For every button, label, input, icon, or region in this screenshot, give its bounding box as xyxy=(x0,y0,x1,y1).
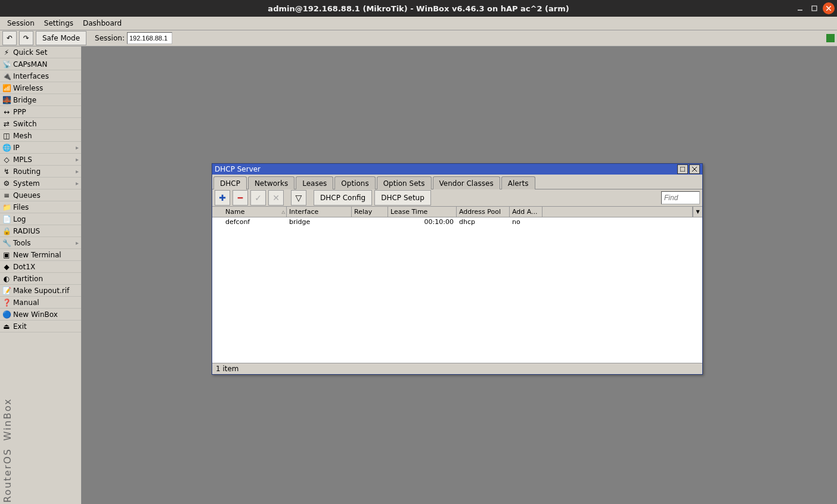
tab-alerts[interactable]: Alerts xyxy=(501,176,535,189)
window-maximize-button[interactable] xyxy=(677,164,688,174)
sidebar-item-label: RADIUS xyxy=(13,227,40,235)
session-address-input[interactable] xyxy=(127,32,172,44)
bridge-icon: 🌉 xyxy=(2,96,11,104)
sidebar-item-system[interactable]: ⚙System▸ xyxy=(0,178,81,189)
menu-dashboard[interactable]: Dashboard xyxy=(78,18,126,29)
column-header-address-pool[interactable]: Address Pool xyxy=(457,207,510,217)
columns-dropdown-button[interactable]: ▼ xyxy=(693,207,702,217)
sidebar-item-tools[interactable]: 🔧Tools▸ xyxy=(0,237,81,249)
window-titlebar[interactable]: DHCP Server xyxy=(212,164,702,175)
menu-settings[interactable]: Settings xyxy=(39,18,78,29)
menubar: Session Settings Dashboard xyxy=(0,17,837,30)
cell: bridge xyxy=(287,217,352,226)
tab-vendor-classes[interactable]: Vendor Classes xyxy=(433,176,500,189)
sidebar-item-label: IP xyxy=(13,144,20,152)
safe-mode-button[interactable]: Safe Mode xyxy=(36,31,86,45)
sidebar-item-partition[interactable]: ◐Partition xyxy=(0,273,81,285)
mesh-icon: ◫ xyxy=(2,132,11,140)
sidebar-item-make-supout-rif[interactable]: 📝Make Supout.rif xyxy=(0,285,81,297)
sidebar-item-routing[interactable]: ↯Routing▸ xyxy=(0,166,81,178)
menu-session[interactable]: Session xyxy=(2,18,39,29)
dhcp-setup-button[interactable]: DHCP Setup xyxy=(374,190,431,206)
grid-body[interactable]: defconfbridge00:10:00dhcpno xyxy=(212,217,702,363)
sidebar-item-queues[interactable]: ≡Queues xyxy=(0,189,81,201)
column-header-relay[interactable]: Relay xyxy=(352,207,388,217)
column-header-lease-time[interactable]: Lease Time xyxy=(388,207,457,217)
sidebar-item-exit[interactable]: ⏏Exit xyxy=(0,321,81,332)
sidebar-item-label: Manual xyxy=(13,298,39,307)
sidebar-item-quick-set[interactable]: ⚡Quick Set xyxy=(0,46,81,58)
tab-networks[interactable]: Networks xyxy=(248,176,294,189)
dhcp-config-button[interactable]: DHCP Config xyxy=(314,190,372,206)
sidebar-item-mpls[interactable]: ◇MPLS▸ xyxy=(0,154,81,166)
add-button[interactable]: ✚ xyxy=(215,190,230,206)
switch-icon: ⇄ xyxy=(2,120,11,128)
svg-rect-4 xyxy=(680,167,685,172)
sidebar-item-bridge[interactable]: 🌉Bridge xyxy=(0,94,81,106)
os-close-button[interactable] xyxy=(823,2,835,14)
cell xyxy=(352,217,388,226)
sidebar-item-wireless[interactable]: 📶Wireless xyxy=(0,82,81,94)
sidebar-item-label: Quick Set xyxy=(13,48,47,57)
sidebar-item-radius[interactable]: 🔒RADIUS xyxy=(0,225,81,237)
disable-button[interactable]: ✕ xyxy=(268,190,284,206)
sidebar-item-label: Routing xyxy=(13,167,41,176)
minus-icon: ━ xyxy=(238,193,243,203)
sidebar-item-label: Exit xyxy=(13,322,27,331)
os-maximize-button[interactable] xyxy=(808,2,820,14)
table-row[interactable]: defconfbridge00:10:00dhcpno xyxy=(212,217,702,226)
sidebar-item-interfaces[interactable]: 🔌Interfaces xyxy=(0,70,81,82)
make-supout-rif-icon: 📝 xyxy=(2,287,11,295)
sidebar-item-switch[interactable]: ⇄Switch xyxy=(0,118,81,130)
sort-asc-icon: △ xyxy=(282,210,285,214)
tab-options[interactable]: Options xyxy=(334,176,375,189)
chevron-right-icon: ▸ xyxy=(76,239,79,246)
chevron-right-icon: ▸ xyxy=(76,168,79,175)
sidebar-item-ip[interactable]: 🌐IP▸ xyxy=(0,142,81,154)
tab-leases[interactable]: Leases xyxy=(296,176,333,189)
log-icon: 📄 xyxy=(2,215,11,223)
sidebar-item-label: Interfaces xyxy=(13,72,49,80)
main-toolbar: ↶ ↷ Safe Mode Session: xyxy=(0,30,837,46)
interfaces-icon: 🔌 xyxy=(2,72,11,80)
window-statusbar: 1 item xyxy=(212,363,702,374)
window-close-button[interactable] xyxy=(689,164,700,174)
sidebar-item-files[interactable]: 📁Files xyxy=(0,201,81,213)
manual-icon: ❓ xyxy=(2,298,11,307)
ppp-icon: ↔ xyxy=(2,108,11,116)
sidebar-item-capsman[interactable]: 📡CAPsMAN xyxy=(0,58,81,70)
sidebar-item-label: Tools xyxy=(13,239,31,247)
column-header-name[interactable]: Name△ xyxy=(223,207,287,217)
status-indicator-icon xyxy=(826,34,835,42)
window-title: DHCP Server xyxy=(215,165,261,173)
filter-button[interactable]: ▽ xyxy=(291,190,306,206)
sidebar-item-label: Queues xyxy=(13,191,41,200)
tab-dhcp[interactable]: DHCP xyxy=(213,176,247,189)
sidebar-item-dot1x[interactable]: ◆Dot1X xyxy=(0,261,81,273)
svg-rect-1 xyxy=(812,6,817,11)
tab-option-sets[interactable]: Option Sets xyxy=(377,176,432,189)
remove-button[interactable]: ━ xyxy=(232,190,248,206)
sidebar-item-new-terminal[interactable]: ▣New Terminal xyxy=(0,249,81,261)
chevron-right-icon: ▸ xyxy=(76,156,79,163)
column-header-interface[interactable]: Interface xyxy=(287,207,352,217)
os-minimize-button[interactable] xyxy=(794,2,806,14)
os-titlebar: admin@192.168.88.1 (MikroTik) - WinBox v… xyxy=(0,0,837,17)
enable-button[interactable]: ✓ xyxy=(250,190,266,206)
new-terminal-icon: ▣ xyxy=(2,251,11,259)
find-input[interactable] xyxy=(661,191,700,204)
os-title: admin@192.168.88.1 (MikroTik) - WinBox v… xyxy=(268,4,569,13)
column-header-add-a-[interactable]: Add A... xyxy=(510,207,542,217)
sidebar-item-mesh[interactable]: ◫Mesh xyxy=(0,130,81,142)
redo-button[interactable]: ↷ xyxy=(19,31,33,45)
sidebar-item-new-winbox[interactable]: 🔵New WinBox xyxy=(0,309,81,321)
new-winbox-icon: 🔵 xyxy=(2,310,11,319)
plus-icon: ✚ xyxy=(219,193,226,203)
cell: 00:10:00 xyxy=(388,217,457,226)
cell: dhcp xyxy=(457,217,510,226)
undo-button[interactable]: ↶ xyxy=(2,31,17,45)
sidebar-brand-top: WinBox xyxy=(2,398,13,441)
sidebar-item-manual[interactable]: ❓Manual xyxy=(0,297,81,309)
sidebar-item-ppp[interactable]: ↔PPP xyxy=(0,106,81,118)
sidebar-item-log[interactable]: 📄Log xyxy=(0,213,81,225)
